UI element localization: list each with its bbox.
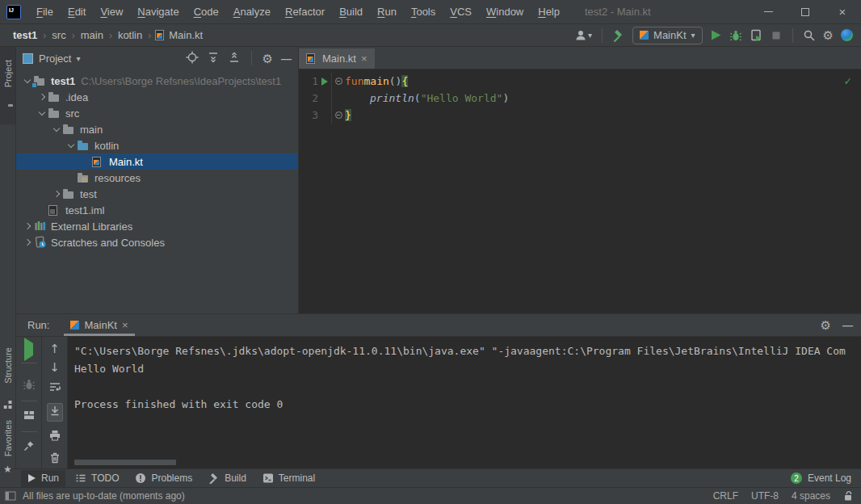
breadcrumb-test1[interactable]: test1 bbox=[11, 29, 39, 41]
chevron-right-icon[interactable] bbox=[21, 240, 34, 245]
chevron-right-icon[interactable] bbox=[36, 94, 48, 99]
run-controls-column bbox=[16, 337, 42, 468]
chevron-down-icon[interactable] bbox=[50, 128, 63, 131]
hide-panel-icon[interactable]: — bbox=[842, 319, 853, 331]
menu-run[interactable]: Run bbox=[370, 0, 404, 23]
run-button[interactable] bbox=[710, 29, 722, 41]
sidebar-item-favorites[interactable]: Favorites bbox=[3, 420, 13, 456]
pin-tab-icon[interactable] bbox=[23, 439, 36, 455]
chevron-down-icon[interactable] bbox=[21, 80, 34, 82]
toolwindow-problems-button[interactable]: Problems bbox=[128, 470, 199, 487]
toolwindow-toggle-icon[interactable] bbox=[5, 491, 16, 501]
up-stacktrace-icon[interactable]: ↑ bbox=[49, 343, 60, 355]
maximize-window-button[interactable] bbox=[787, 0, 824, 24]
run-console[interactable]: "C:\Users\Borge Refsnes\.jdks\adopt-open… bbox=[68, 337, 861, 468]
horizontal-scrollbar[interactable] bbox=[74, 460, 176, 465]
run-settings-gear-icon[interactable]: ⚙ bbox=[821, 319, 831, 331]
code-with-me-users-icon[interactable]: ▾ bbox=[575, 29, 592, 42]
tree-item-test1[interactable]: test1 C:\Users\Borge Refsnes\IdeaProject… bbox=[16, 73, 298, 89]
sidebar-item-project[interactable]: Project bbox=[3, 60, 13, 87]
clear-console-trash-icon[interactable] bbox=[48, 452, 61, 467]
editor-tab-mainkt[interactable]: Main.kt × bbox=[299, 48, 375, 69]
menu-code[interactable]: Code bbox=[187, 0, 226, 23]
chevron-down-icon[interactable]: ▾ bbox=[76, 54, 80, 63]
hide-panel-icon[interactable]: — bbox=[281, 52, 292, 65]
run-tab-mainkt[interactable]: MainKt × bbox=[64, 314, 134, 336]
console-line: Hello World bbox=[74, 360, 861, 378]
menu-vcs[interactable]: VCS bbox=[443, 0, 479, 23]
soft-wrap-icon[interactable] bbox=[48, 380, 61, 396]
star-icon[interactable]: ★ bbox=[3, 464, 12, 475]
indent-indicator[interactable]: 4 spaces bbox=[792, 490, 830, 502]
tree-item-scratches[interactable]: Scratches and Consoles bbox=[16, 234, 298, 250]
toolwindow-todo-button[interactable]: TODO bbox=[69, 470, 125, 487]
chevron-right-icon[interactable] bbox=[21, 224, 34, 229]
close-tab-icon[interactable]: × bbox=[122, 319, 128, 331]
debug-button[interactable] bbox=[729, 29, 742, 42]
print-icon[interactable] bbox=[48, 429, 61, 444]
menu-window[interactable]: Window bbox=[479, 0, 531, 23]
fold-region-icon[interactable] bbox=[335, 78, 342, 85]
locate-file-icon[interactable] bbox=[186, 51, 199, 66]
panel-settings-gear-icon[interactable]: ⚙ bbox=[262, 52, 273, 65]
tree-item-main[interactable]: main bbox=[16, 121, 298, 137]
line-ending-indicator[interactable]: CRLF bbox=[713, 490, 738, 502]
tree-item-kotlin[interactable]: kotlin bbox=[16, 137, 298, 153]
run-configuration-name: MainKt bbox=[653, 29, 686, 41]
menu-view[interactable]: View bbox=[93, 0, 130, 23]
tree-item-src[interactable]: src bbox=[16, 105, 298, 121]
down-stacktrace-icon[interactable]: ↓ bbox=[49, 362, 60, 373]
lock-icon[interactable] bbox=[843, 490, 853, 502]
window-title: test2 - Main.kt bbox=[585, 6, 651, 18]
settings-gear-icon[interactable]: ⚙ bbox=[823, 29, 834, 41]
run-configuration-select[interactable]: MainKt ▾ bbox=[632, 27, 703, 44]
tree-item-idea[interactable]: .idea bbox=[16, 89, 298, 105]
code-token: main bbox=[363, 75, 388, 87]
tree-item-resources[interactable]: resources bbox=[16, 170, 298, 186]
build-project-hammer-icon[interactable] bbox=[612, 29, 625, 42]
sidebar-item-structure[interactable]: Structure bbox=[3, 347, 13, 384]
chevron-right-icon[interactable] bbox=[50, 191, 63, 196]
chevron-down-icon[interactable] bbox=[65, 145, 78, 147]
chevron-down-icon[interactable] bbox=[36, 112, 48, 115]
breadcrumb-src[interactable]: src bbox=[50, 29, 67, 41]
toolwindow-build-button[interactable]: Build bbox=[202, 470, 253, 487]
run-line-gutter-icon[interactable] bbox=[321, 78, 328, 86]
encoding-indicator[interactable]: UTF-8 bbox=[751, 490, 779, 502]
breadcrumb-main[interactable]: main bbox=[79, 29, 105, 41]
inspections-ok-check-icon[interactable]: ✓ bbox=[845, 74, 851, 87]
menu-build[interactable]: Build bbox=[332, 0, 370, 23]
menu-navigate[interactable]: Navigate bbox=[130, 0, 186, 23]
breadcrumb-file[interactable]: Main.kt bbox=[167, 29, 204, 41]
rerun-button[interactable] bbox=[24, 343, 33, 355]
structure-icon[interactable] bbox=[3, 400, 12, 412]
scroll-to-end-icon[interactable] bbox=[47, 403, 63, 422]
menu-analyze[interactable]: Analyze bbox=[226, 0, 278, 23]
expand-all-icon[interactable] bbox=[207, 51, 220, 66]
tree-item-mainkt[interactable]: Main.kt bbox=[16, 153, 298, 170]
toolwindow-terminal-button[interactable]: Terminal bbox=[256, 470, 321, 487]
minimize-window-button[interactable] bbox=[750, 0, 787, 24]
search-everywhere-icon[interactable] bbox=[803, 29, 816, 42]
fold-region-icon[interactable] bbox=[335, 111, 342, 119]
tree-item-external-libraries[interactable]: External Libraries bbox=[16, 218, 298, 234]
breadcrumb-kotlin[interactable]: kotlin bbox=[116, 29, 144, 41]
run-with-coverage-button[interactable] bbox=[750, 29, 762, 42]
close-window-button[interactable]: × bbox=[824, 0, 861, 24]
tree-item-test1-iml[interactable]: test1.iml bbox=[16, 202, 298, 218]
close-tab-icon[interactable]: × bbox=[361, 52, 368, 65]
code-editor[interactable]: 1 fun main() { 2 bbox=[299, 69, 861, 313]
restore-layout-icon[interactable] bbox=[23, 409, 36, 424]
toolwindow-run-button[interactable]: Run bbox=[21, 470, 65, 487]
menu-refactor[interactable]: Refactor bbox=[278, 0, 332, 23]
menu-help[interactable]: Help bbox=[531, 0, 567, 23]
menu-edit[interactable]: Edit bbox=[61, 0, 93, 23]
collapse-all-icon[interactable] bbox=[228, 51, 241, 66]
project-panel-title[interactable]: Project bbox=[39, 52, 71, 65]
menu-file[interactable]: File bbox=[29, 0, 61, 23]
tree-item-test[interactable]: test bbox=[16, 186, 298, 202]
toolwindow-event-log-button[interactable]: Event Log bbox=[808, 472, 851, 484]
gradient-sphere-icon[interactable] bbox=[841, 29, 853, 41]
run-panel-header: Run: MainKt × ⚙ — bbox=[16, 314, 861, 337]
menu-tools[interactable]: Tools bbox=[404, 0, 443, 23]
